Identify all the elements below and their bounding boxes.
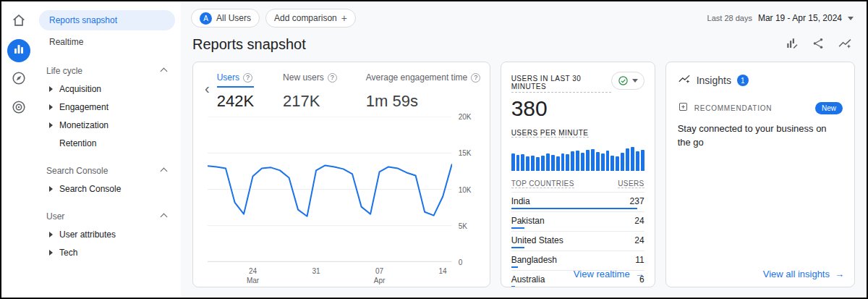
top-countries-header: TOP COUNTRIES USERS <box>511 180 644 193</box>
country-row-pakistan[interactable]: Pakistan 24 <box>511 212 644 232</box>
users-per-minute-bar-chart <box>511 143 644 171</box>
reports-nav-button[interactable] <box>7 39 30 62</box>
per-minute-bar <box>586 150 590 171</box>
help-icon[interactable]: ? <box>471 73 480 83</box>
chevron-up-icon <box>161 167 168 174</box>
country-row-bangladesh[interactable]: Bangladesh 11 <box>511 251 644 271</box>
users-per-minute-label: USERS PER MINUTE <box>511 129 589 138</box>
sidebar-item-reports-snapshot[interactable]: Reports snapshot <box>39 10 175 30</box>
expand-arrow-icon[interactable] <box>49 232 53 237</box>
users-column-label: USERS <box>618 180 644 188</box>
sidebar-item-retention[interactable]: Retention <box>36 134 181 152</box>
country-row-united-states[interactable]: United States 24 <box>511 232 644 251</box>
per-minute-bar <box>516 155 520 171</box>
metric-tab-users[interactable]: Users ? 242K <box>217 72 254 111</box>
per-minute-bar <box>576 151 579 171</box>
help-icon[interactable]: ? <box>243 73 252 83</box>
realtime-title: USERS IN LAST 30 MINUTES <box>511 75 611 93</box>
line-chart-plot <box>208 117 452 262</box>
per-minute-bar <box>616 156 619 171</box>
metrics-prev-button[interactable]: ‹ <box>200 81 214 96</box>
country-share-bar <box>511 227 524 229</box>
chevron-up-icon <box>161 67 168 75</box>
caret-down-icon <box>848 17 854 20</box>
sidebar-item-search-console[interactable]: Search Console <box>36 180 181 198</box>
realtime-status-dropdown[interactable] <box>611 72 644 90</box>
segment-avatar: A <box>200 12 212 25</box>
per-minute-bar <box>606 151 610 171</box>
expand-arrow-icon[interactable] <box>49 250 53 256</box>
top-countries-label: TOP COUNTRIES <box>511 180 574 188</box>
all-users-label: All Users <box>216 13 251 23</box>
per-minute-bar <box>521 154 524 171</box>
metric-tab-avg-engagement-time[interactable]: Average engagement time ? 1m 59s <box>366 72 481 111</box>
metric-tab-new-users[interactable]: New users ? 217K <box>283 72 337 111</box>
per-minute-bar <box>621 153 624 171</box>
per-minute-bar <box>526 156 529 171</box>
section-title: User <box>46 211 64 222</box>
target-icon <box>11 99 27 118</box>
reports-sidebar: Reports snapshot Realtime Life cycle Acq… <box>36 1 181 298</box>
expand-arrow-icon[interactable] <box>49 186 53 192</box>
sidebar-item-acquisition[interactable]: Acquisition <box>36 80 181 98</box>
share-icon <box>812 37 825 52</box>
customize-report-icon <box>786 37 799 52</box>
per-minute-bar <box>546 153 550 171</box>
realtime-users-value: 380 <box>511 96 644 121</box>
section-title: Life cycle <box>46 66 82 76</box>
date-range-value: Mar 19 - Apr 15, 2024 <box>758 13 842 23</box>
overview-card: ‹ Users ? 242K New users ? <box>192 62 490 287</box>
section-title: Search Console <box>46 166 108 176</box>
expand-arrow-icon[interactable] <box>49 86 53 92</box>
help-icon[interactable]: ? <box>328 73 337 83</box>
share-button[interactable] <box>812 37 825 52</box>
per-minute-bar <box>536 157 540 171</box>
page-title: Reports snapshot <box>192 36 306 53</box>
per-minute-bar <box>601 153 605 171</box>
add-comparison-chip[interactable]: Add comparison + <box>265 9 356 28</box>
explore-nav-button[interactable] <box>7 68 30 91</box>
per-minute-bar <box>596 152 600 171</box>
section-header-life-cycle[interactable]: Life cycle <box>36 62 181 80</box>
metric-value: 217K <box>283 92 337 111</box>
sidebar-item-monetization[interactable]: Monetization <box>36 116 181 134</box>
date-range-picker[interactable]: Last 28 days Mar 19 - Apr 15, 2024 <box>707 13 854 23</box>
sidebar-item-engagement[interactable]: Engagement <box>36 98 181 116</box>
per-minute-bar <box>626 148 629 171</box>
per-minute-bar <box>641 150 644 171</box>
view-all-insights-link[interactable]: View all insights → <box>763 269 844 279</box>
nav-rail <box>1 1 36 298</box>
per-minute-bar <box>610 156 614 171</box>
plus-icon: + <box>341 12 347 24</box>
per-minute-bar <box>541 156 545 171</box>
view-realtime-link[interactable]: View realtime → <box>574 269 644 279</box>
per-minute-bar <box>531 156 535 171</box>
all-users-chip[interactable]: A All Users <box>191 9 260 28</box>
users-line-chart: 05K10K15K20K 24Mar3107Apr14 <box>200 117 478 284</box>
expand-arrow-icon[interactable] <box>49 122 53 128</box>
metric-value: 1m 59s <box>366 92 481 111</box>
compass-icon <box>11 70 27 89</box>
per-minute-bar <box>511 153 515 171</box>
home-nav-button[interactable] <box>7 10 30 33</box>
insights-title: Insights <box>697 75 731 86</box>
sidebar-item-realtime[interactable]: Realtime <box>39 32 175 52</box>
insights-panel-button[interactable] <box>838 36 852 53</box>
section-header-search-console[interactable]: Search Console <box>36 162 181 180</box>
country-row-india[interactable]: India 237 <box>511 193 644 212</box>
per-minute-bar <box>551 155 555 171</box>
section-header-user[interactable]: User <box>36 208 181 225</box>
insight-message[interactable]: Stay connected to your business on the g… <box>678 122 833 150</box>
expand-arrow-icon[interactable] <box>49 104 53 110</box>
advertising-nav-button[interactable] <box>7 97 30 120</box>
realtime-card: USERS IN LAST 30 MINUTES 380 USERS PER M… <box>501 62 655 287</box>
sidebar-item-user-attributes[interactable]: User attributes <box>36 225 181 243</box>
country-share-bar <box>511 208 638 209</box>
metric-label: Users <box>217 72 239 83</box>
main-content: A All Users Add comparison + Last 28 day… <box>181 1 867 298</box>
sidebar-item-tech[interactable]: Tech <box>36 243 181 261</box>
customize-report-button[interactable] <box>786 37 799 52</box>
insights-card: Insights 1 RECOMMENDATION New Stay conne… <box>665 62 855 287</box>
new-badge: New <box>815 102 843 114</box>
home-icon <box>11 12 27 31</box>
